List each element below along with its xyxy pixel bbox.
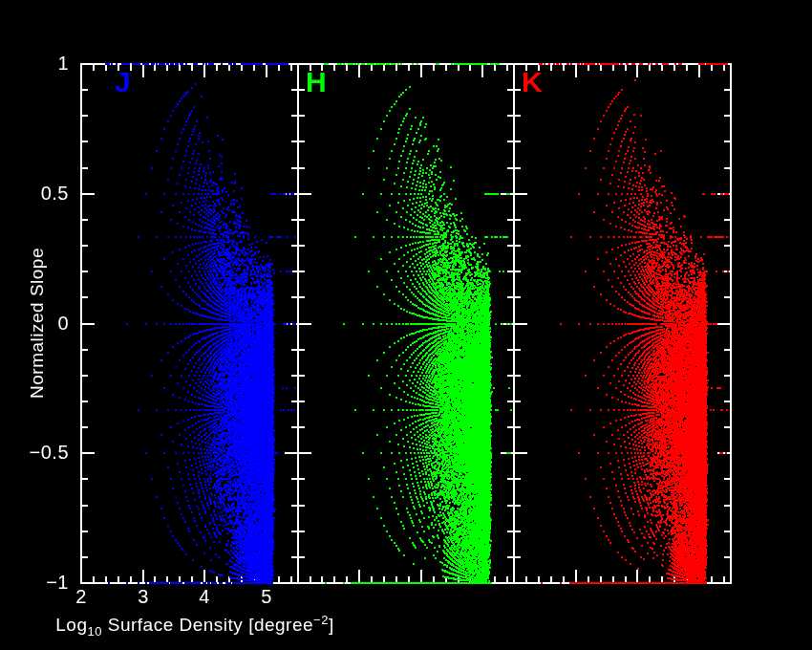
- y-tick-label-m1: −1: [10, 571, 69, 594]
- panel-label-K: K: [522, 67, 543, 98]
- y-axis-title: Normalized Slope: [27, 248, 48, 399]
- x-axis-title: Log10 Surface Density [degree−2]: [52, 613, 338, 639]
- panel-label-J: J: [115, 67, 131, 98]
- x-tick-label-2: 2: [64, 585, 98, 608]
- y-tick-label-1: 1: [10, 52, 69, 75]
- scatter-canvas: [0, 0, 812, 650]
- y-tick-label-0p5: 0.5: [10, 182, 69, 205]
- x-tick-label-5: 5: [249, 585, 284, 608]
- x-tick-label-3: 3: [126, 585, 160, 608]
- x-tick-label-4: 4: [187, 585, 222, 608]
- panel-label-H: H: [306, 67, 327, 98]
- figure: 1 0.5 0 −0.5 −1 2 3 4 5 Normalized Slope…: [0, 0, 812, 650]
- y-tick-label-m0p5: −0.5: [10, 441, 69, 464]
